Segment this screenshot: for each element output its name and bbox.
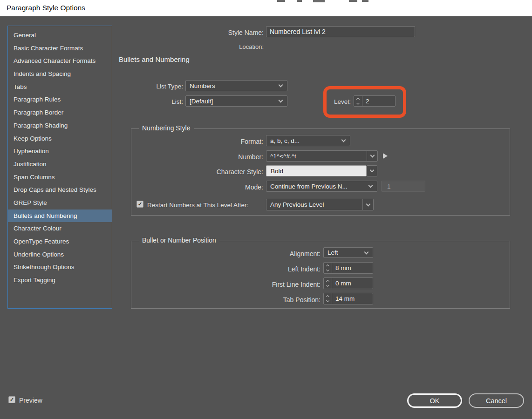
tab-position-stepper[interactable] — [324, 293, 332, 304]
mode-dropdown[interactable]: Continue from Previous N... — [266, 181, 377, 192]
mode-start-at-field: 1 — [381, 181, 425, 192]
sidebar-item-opentype-features[interactable]: OpenType Features — [8, 235, 112, 248]
sidebar-item-general[interactable]: General — [8, 29, 112, 42]
character-style-value[interactable]: Bold — [266, 165, 367, 176]
sidebar-item-tabs[interactable]: Tabs — [8, 81, 112, 94]
chevron-up-icon[interactable] — [326, 264, 329, 268]
left-indent-stepper[interactable] — [324, 263, 332, 273]
alignment-dropdown[interactable]: Left — [323, 247, 373, 258]
toolbar-fragment — [349, 0, 357, 2]
restart-numbers-checkbox[interactable]: ✓ — [136, 201, 143, 208]
sidebar-item-indents-and-spacing[interactable]: Indents and Spacing — [8, 68, 112, 81]
dialog-titlebar: Paragraph Style Options — [0, 0, 532, 16]
first-line-indent-field[interactable]: 0 mm — [323, 277, 373, 289]
chevron-up-icon[interactable] — [326, 295, 329, 298]
list-type-label: List Type: — [130, 83, 183, 90]
sidebar-item-bullets-and-numbering[interactable]: Bullets and Numbering — [8, 210, 112, 223]
sidebar-item-paragraph-border[interactable]: Paragraph Border — [8, 106, 112, 119]
sidebar-item-strikethrough-options[interactable]: Strikethrough Options — [8, 261, 112, 274]
style-name-label: Style Name: — [196, 29, 264, 36]
sidebar-item-paragraph-shading[interactable]: Paragraph Shading — [8, 119, 112, 132]
toolbar-fragment — [297, 0, 302, 2]
chevron-down-icon[interactable] — [356, 101, 360, 104]
format-label: Format: — [186, 138, 263, 145]
sidebar-item-drop-caps-and-nested-styles[interactable]: Drop Caps and Nested Styles — [8, 183, 112, 196]
level-label: Level: — [324, 98, 351, 105]
location-label: Location: — [196, 43, 264, 50]
checkmark-icon: ✓ — [138, 201, 142, 207]
style-name-input[interactable]: Numbered List lvl 2 — [266, 26, 415, 37]
chevron-down-icon — [341, 138, 346, 142]
restart-level-dropdown-button[interactable] — [362, 199, 373, 210]
list-label: List: — [130, 98, 183, 105]
preview-label: Preview — [19, 397, 75, 404]
sidebar-item-export-tagging[interactable]: Export Tagging — [8, 274, 112, 287]
chevron-down-icon[interactable] — [326, 268, 329, 271]
sidebar-item-justification[interactable]: Justification — [8, 158, 112, 171]
chevron-down-icon — [279, 83, 283, 88]
list-value: [Default] — [190, 98, 213, 105]
left-indent-input[interactable]: 8 mm — [332, 263, 373, 273]
bullet-position-group-title: Bullet or Number Position — [139, 237, 219, 244]
first-line-indent-label: First Line Indent: — [224, 281, 321, 288]
first-line-indent-stepper[interactable] — [324, 278, 332, 289]
list-dropdown[interactable]: [Default] — [185, 95, 287, 107]
left-indent-field[interactable]: 8 mm — [323, 262, 373, 274]
chevron-down-icon — [370, 153, 375, 158]
number-flyout-arrow-icon[interactable] — [383, 153, 388, 159]
chevron-down-icon — [370, 168, 375, 173]
list-type-dropdown[interactable]: Numbers — [185, 80, 287, 91]
sidebar-item-keep-options[interactable]: Keep Options — [8, 132, 112, 145]
numbering-style-group-title: Numbering Style — [139, 124, 194, 132]
chevron-down-icon — [366, 202, 370, 206]
checkmark-icon: ✓ — [10, 397, 14, 403]
format-dropdown[interactable]: a, b, c, d... — [266, 135, 350, 146]
sidebar-item-advanced-character-formats[interactable]: Advanced Character Formats — [8, 54, 112, 68]
level-stepper[interactable] — [354, 96, 362, 106]
alignment-label: Alignment: — [224, 250, 321, 257]
number-combo[interactable]: ^1^<^#.^t — [266, 150, 378, 162]
restart-level-combo[interactable]: Any Previous Level — [266, 199, 374, 210]
alignment-value: Left — [327, 249, 338, 256]
sidebar-item-grep-style[interactable]: GREP Style — [8, 196, 112, 210]
number-input[interactable]: ^1^<^#.^t — [266, 151, 367, 161]
character-style-label: Character Style: — [186, 168, 263, 176]
tab-position-field[interactable]: 14 mm — [323, 293, 373, 304]
restart-level-value[interactable]: Any Previous Level — [266, 199, 362, 210]
chevron-down-icon[interactable] — [326, 299, 329, 302]
level-input[interactable]: 2 — [362, 96, 395, 106]
dialog-title: Paragraph Style Options — [7, 4, 85, 12]
ok-button[interactable]: OK — [407, 393, 462, 408]
mode-value: Continue from Previous N... — [270, 183, 348, 190]
tab-position-label: Tab Position: — [224, 296, 321, 304]
sidebar-item-hyphenation[interactable]: Hyphenation — [8, 145, 112, 158]
character-style-dropdown-button[interactable] — [367, 165, 377, 176]
chevron-up-icon[interactable] — [326, 280, 329, 283]
cancel-button[interactable]: Cancel — [469, 393, 524, 408]
chevron-down-icon — [279, 98, 283, 103]
sidebar-item-basic-character-formats[interactable]: Basic Character Formats — [8, 42, 112, 55]
level-stepper-field[interactable]: 2 — [354, 95, 396, 107]
number-dropdown-button[interactable] — [367, 151, 377, 161]
paragraph-style-options-dialog: General Basic Character Formats Advanced… — [0, 16, 532, 419]
left-indent-label: Left Indent: — [224, 265, 321, 273]
chevron-down-icon — [368, 183, 373, 188]
tab-position-input[interactable]: 14 mm — [332, 293, 373, 304]
sidebar-item-paragraph-rules[interactable]: Paragraph Rules — [8, 93, 112, 106]
first-line-indent-input[interactable]: 0 mm — [332, 278, 373, 289]
mode-label: Mode: — [186, 183, 263, 191]
toolbar-fragment — [277, 0, 285, 2]
chevron-down-icon[interactable] — [326, 284, 329, 287]
list-type-value: Numbers — [190, 82, 215, 89]
sidebar-item-span-columns[interactable]: Span Columns — [8, 171, 112, 184]
style-options-sidebar: General Basic Character Formats Advanced… — [7, 26, 112, 309]
preview-checkbox[interactable]: ✓ — [8, 396, 15, 403]
chevron-up-icon[interactable] — [356, 97, 360, 101]
chevron-down-icon — [364, 250, 369, 254]
sidebar-item-character-colour[interactable]: Character Colour — [8, 222, 112, 235]
toolbar-fragment — [313, 0, 325, 2]
bullet-position-group: Bullet or Number Position — [131, 241, 510, 309]
toolbar-fragment — [362, 0, 368, 2]
sidebar-item-underline-options[interactable]: Underline Options — [8, 248, 112, 261]
panel-heading: Bullets and Numbering — [119, 55, 190, 63]
